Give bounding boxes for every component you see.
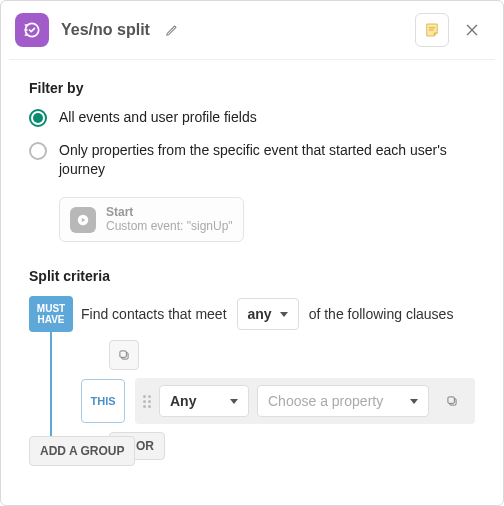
- clause-mode-select[interactable]: Any: [159, 385, 249, 417]
- start-subtitle: Custom event: "signUp": [106, 220, 233, 234]
- yes-no-split-panel: Yes/no split Filter by All events and us…: [0, 0, 504, 506]
- svg-rect-8: [448, 397, 454, 403]
- split-criteria-label: Split criteria: [29, 268, 475, 284]
- chevron-down-icon: [410, 399, 418, 404]
- split-criteria-section: Split criteria MUST HAVE Find contacts t…: [29, 268, 475, 466]
- radio-unselected-icon: [29, 142, 47, 160]
- chevron-down-icon: [280, 312, 288, 317]
- add-group-button[interactable]: ADD A GROUP: [29, 436, 135, 466]
- duplicate-clause-button[interactable]: [437, 386, 467, 416]
- panel-title: Yes/no split: [61, 21, 150, 39]
- property-placeholder: Choose a property: [268, 393, 383, 409]
- panel-header: Yes/no split: [9, 9, 495, 60]
- match-mode-select[interactable]: any: [237, 298, 299, 330]
- drag-handle-icon[interactable]: [143, 395, 151, 408]
- or-label: OR: [136, 439, 154, 453]
- svg-rect-6: [120, 351, 126, 357]
- panel-body: Filter by All events and user profile fi…: [9, 60, 495, 466]
- split-icon: [15, 13, 49, 47]
- builder-connector-line: [50, 332, 52, 448]
- clause-mode-value: Any: [170, 393, 196, 409]
- clause-editor: Any Choose a property: [135, 378, 475, 424]
- filter-option-all-label: All events and user profile fields: [59, 108, 257, 127]
- criteria-builder: MUST HAVE Find contacts that meet any of…: [29, 296, 475, 466]
- note-button[interactable]: [415, 13, 449, 47]
- this-chip: THIS: [81, 379, 125, 423]
- match-mode-value: any: [248, 306, 272, 322]
- clause-group: THIS Any Choose a property: [81, 340, 475, 460]
- filter-by-label: Filter by: [29, 80, 475, 96]
- match-sentence: Find contacts that meet any of the follo…: [81, 296, 475, 332]
- filter-option-specific-label: Only properties from the specific event …: [59, 141, 475, 179]
- match-prefix: Find contacts that meet: [81, 306, 227, 322]
- chevron-down-icon: [230, 399, 238, 404]
- svg-rect-1: [25, 24, 28, 26]
- play-icon: [70, 207, 96, 233]
- filter-option-specific[interactable]: Only properties from the specific event …: [29, 141, 475, 179]
- must-have-chip: MUST HAVE: [29, 296, 73, 332]
- svg-rect-2: [25, 29, 28, 31]
- clause-row: THIS Any Choose a property: [81, 378, 475, 424]
- property-select[interactable]: Choose a property: [257, 385, 429, 417]
- start-event-card: Start Custom event: "signUp": [59, 197, 244, 243]
- match-suffix: of the following clauses: [309, 306, 454, 322]
- start-title: Start: [106, 206, 233, 220]
- radio-selected-icon: [29, 109, 47, 127]
- edit-title-button[interactable]: [160, 18, 184, 42]
- duplicate-group-button[interactable]: [109, 340, 139, 370]
- svg-rect-3: [25, 34, 28, 36]
- close-button[interactable]: [455, 13, 489, 47]
- filter-option-all[interactable]: All events and user profile fields: [29, 108, 475, 127]
